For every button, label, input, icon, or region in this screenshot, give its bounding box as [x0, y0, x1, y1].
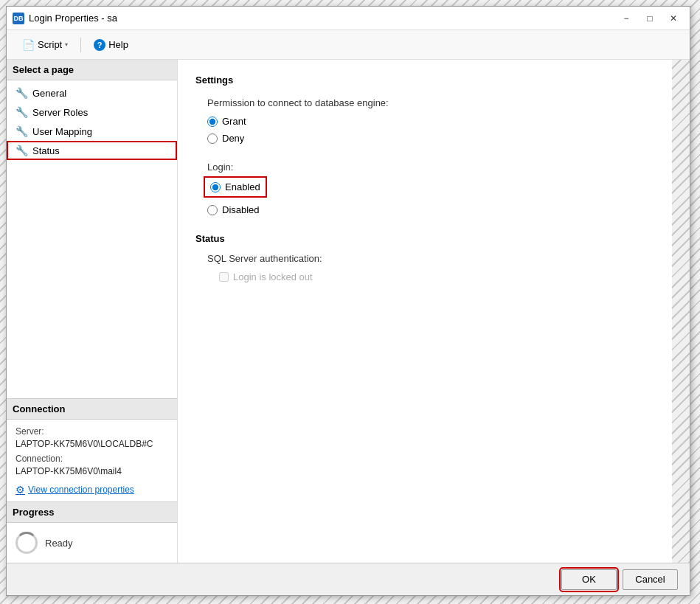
titlebar: DB Login Properties - sa − □ ✕ [7, 7, 690, 30]
enabled-option[interactable]: Enabled [207, 180, 263, 194]
disabled-option[interactable]: Disabled [207, 204, 672, 215]
sidebar-item-server-roles-label: Server Roles [32, 107, 88, 118]
locked-out-label: Login is locked out [233, 271, 313, 282]
minimize-button[interactable]: − [616, 11, 637, 26]
server-roles-icon: 🔧 [15, 106, 28, 118]
toolbar-separator [80, 38, 81, 52]
hatch-pattern [672, 60, 690, 563]
close-button[interactable]: ✕ [663, 11, 684, 26]
deny-radio[interactable] [207, 133, 218, 144]
locked-out-option: Login is locked out [195, 271, 672, 282]
ok-button[interactable]: OK [561, 569, 617, 590]
app-icon: DB [13, 13, 24, 24]
sidebar-item-general-label: General [32, 88, 66, 99]
window-title: Login Properties - sa [29, 13, 117, 24]
disabled-label: Disabled [222, 204, 260, 215]
connection-header: Connection [7, 399, 177, 420]
connection-link-icon: ⚙ [15, 484, 25, 496]
connection-body: Server: LAPTOP-KK75M6V0\LOCALDB#C Connec… [7, 420, 177, 501]
sidebar-item-status[interactable]: 🔧 Status [7, 141, 177, 160]
progress-status: Ready [45, 538, 73, 549]
toolbar: 📄 Script ▾ ? Help [7, 30, 690, 60]
connection-label: Connection: [15, 453, 168, 465]
content-pane: Settings Permission to connect to databa… [178, 60, 690, 297]
server-row: Server: LAPTOP-KK75M6V0\LOCALDB#C [15, 426, 168, 451]
connection-row: Connection: LAPTOP-KK75M6V0\mail4 [15, 453, 168, 478]
permission-group: Permission to connect to database engine… [195, 97, 672, 144]
view-connection-link[interactable]: ⚙ View connection properties [15, 484, 168, 496]
sidebar-item-user-mapping[interactable]: 🔧 User Mapping [7, 122, 177, 141]
sidebar-item-user-mapping-label: User Mapping [32, 126, 92, 137]
enabled-radio[interactable] [210, 182, 221, 192]
select-page-header: Select a page [7, 60, 177, 80]
progress-spinner [15, 532, 38, 554]
sql-auth-label: SQL Server authentication: [195, 253, 672, 264]
script-button[interactable]: 📄 Script ▾ [15, 35, 74, 55]
connection-link-text: View connection properties [28, 485, 134, 495]
grant-option[interactable]: Grant [207, 116, 672, 127]
user-mapping-icon: 🔧 [15, 125, 28, 137]
help-button[interactable]: ? Help [87, 35, 135, 55]
script-icon: 📄 [22, 39, 35, 51]
connection-section: Connection Server: LAPTOP-KK75M6V0\LOCAL… [7, 398, 177, 501]
login-group: Login: Enabled Disabled [195, 162, 672, 215]
locked-out-checkbox[interactable] [219, 272, 229, 282]
cancel-button[interactable]: Cancel [623, 569, 678, 590]
sidebar-nav: 🔧 General 🔧 Server Roles 🔧 User Mapping … [7, 80, 177, 398]
disabled-radio[interactable] [207, 205, 218, 215]
status-icon: 🔧 [15, 145, 28, 156]
server-label: Server: [15, 426, 168, 438]
progress-body: Ready [7, 523, 177, 563]
deny-label: Deny [222, 133, 244, 144]
login-label: Login: [207, 162, 672, 173]
permission-label: Permission to connect to database engine… [207, 97, 672, 108]
grant-radio[interactable] [207, 117, 218, 127]
sidebar: Select a page 🔧 General 🔧 Server Roles 🔧… [7, 60, 178, 563]
connection-value: LAPTOP-KK75M6V0\mail4 [15, 465, 168, 478]
status-title: Status [195, 233, 672, 244]
action-bar: OK Cancel [7, 563, 690, 595]
deny-option[interactable]: Deny [207, 133, 672, 144]
help-label: Help [108, 39, 128, 50]
settings-title: Settings [195, 74, 672, 86]
sidebar-item-status-label: Status [32, 145, 60, 156]
help-icon: ? [94, 39, 105, 51]
script-dropdown-arrow: ▾ [65, 41, 68, 48]
progress-header: Progress [7, 502, 177, 523]
progress-section: Progress Ready [7, 501, 177, 563]
script-label: Script [38, 39, 62, 50]
window-controls: − □ ✕ [616, 11, 684, 26]
enabled-label: Enabled [225, 181, 260, 192]
sidebar-item-server-roles[interactable]: 🔧 Server Roles [7, 103, 177, 122]
general-icon: 🔧 [15, 87, 28, 99]
server-value: LAPTOP-KK75M6V0\LOCALDB#C [15, 438, 168, 451]
sidebar-item-general[interactable]: 🔧 General [7, 83, 177, 103]
maximize-button[interactable]: □ [640, 11, 660, 26]
grant-label: Grant [222, 116, 246, 127]
